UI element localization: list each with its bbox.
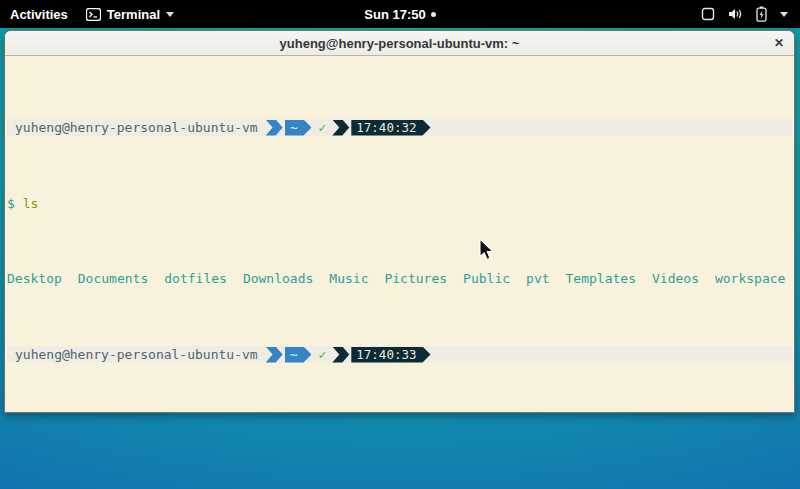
app-menu[interactable]: Terminal — [86, 7, 174, 22]
ls-output-line: DesktopDocumentsdotfilesDownloadsMusicPi… — [7, 271, 792, 286]
close-button[interactable]: ✕ — [774, 31, 784, 55]
clock-label: Sun 17:50 — [364, 7, 425, 22]
battery-charging-icon — [756, 6, 767, 22]
ls-entry: Desktop — [7, 271, 62, 286]
powerline-chevron-icon — [332, 120, 349, 136]
screen-icon — [701, 7, 715, 21]
command-text: ls — [23, 196, 39, 211]
prompt-time-segment: 17:40:32 — [351, 120, 430, 136]
app-menu-label: Terminal — [107, 7, 160, 22]
terminal-content[interactable]: yuheng@henry-personal-ubuntu-vm ~ ✓ 17:4… — [5, 56, 794, 413]
prompt-time: 17:40:33 — [356, 347, 416, 362]
ls-entry: workspace — [715, 271, 785, 286]
terminal-app-icon — [86, 8, 101, 21]
status-check-icon: ✓ — [318, 347, 326, 362]
prompt-cwd-segment: ~ — [285, 120, 312, 136]
ls-entry: Downloads — [243, 271, 313, 286]
ls-entry: Templates — [566, 271, 636, 286]
volume-icon — [728, 7, 743, 21]
ls-entry: Public — [463, 271, 510, 286]
prompt-cwd: ~ — [290, 120, 298, 135]
prompt-cwd-segment: ~ — [285, 347, 312, 363]
app-menu-chevron-icon — [166, 12, 174, 17]
top-bar: Activities Terminal Sun 17:50 — [0, 0, 800, 28]
prompt-line: yuheng@henry-personal-ubuntu-vm ~ ✓ 17:4… — [7, 346, 792, 363]
prompt-time: 17:40:32 — [356, 120, 416, 135]
ls-entry: dotfiles — [164, 271, 227, 286]
prompt-user-host: yuheng@henry-personal-ubuntu-vm — [15, 120, 258, 135]
window-title: yuheng@henry-personal-ubuntu-vm: ~ — [280, 36, 520, 51]
prompt-line: yuheng@henry-personal-ubuntu-vm ~ ✓ 17:4… — [7, 119, 792, 136]
powerline-chevron-icon — [266, 120, 283, 136]
prompt-time-segment: 17:40:33 — [351, 347, 430, 363]
ls-entry: pvt — [526, 271, 549, 286]
ls-entry: Music — [329, 271, 368, 286]
status-check-icon: ✓ — [318, 120, 326, 135]
prompt-user-host: yuheng@henry-personal-ubuntu-vm — [15, 347, 258, 362]
system-menu-chevron-icon — [780, 12, 788, 17]
system-menu[interactable] — [701, 6, 800, 22]
command-line: $ ls — [7, 196, 792, 211]
prompt-cwd: ~ — [290, 347, 298, 362]
prompt-char: $ — [7, 196, 15, 211]
powerline-chevron-icon — [266, 347, 283, 363]
ls-entry: Videos — [652, 271, 699, 286]
window-titlebar[interactable]: yuheng@henry-personal-ubuntu-vm: ~ ✕ — [5, 31, 794, 56]
ls-entry: Documents — [78, 271, 148, 286]
desktop-background: yuheng@henry-personal-ubuntu-vm: ~ ✕ yuh… — [0, 28, 800, 489]
powerline-chevron-icon — [332, 347, 349, 363]
notification-dot-icon — [431, 12, 436, 17]
terminal-window: yuheng@henry-personal-ubuntu-vm: ~ ✕ yuh… — [4, 30, 795, 413]
ls-entry: Pictures — [384, 271, 447, 286]
activities-button[interactable]: Activities — [10, 7, 68, 22]
